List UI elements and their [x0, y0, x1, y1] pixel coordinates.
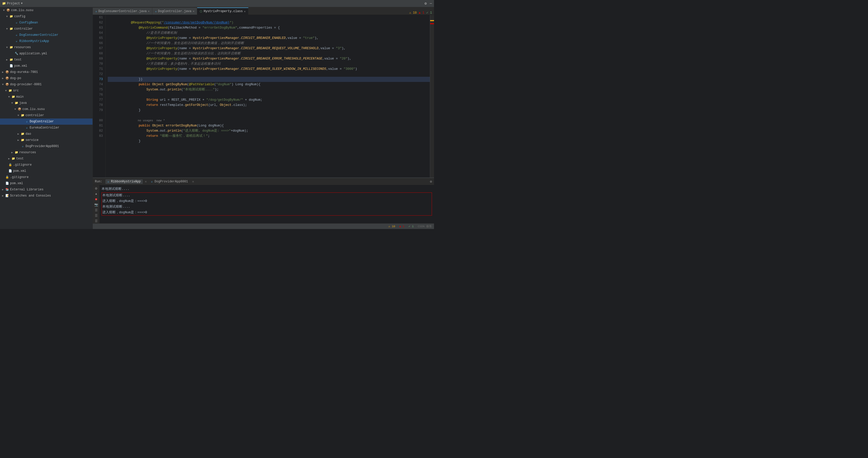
sidebar-label: resources: [19, 151, 36, 154]
java-icon: ☕: [25, 120, 29, 123]
sidebar-item-main[interactable]: ▼ 📁 main: [0, 94, 93, 100]
gutter-line-83: 83: [93, 133, 104, 139]
sidebar-item-pomxml1[interactable]: 📄 pom.xml: [0, 63, 93, 69]
close-tab-icon[interactable]: ✕: [148, 9, 150, 13]
expand-arrow: ▶: [11, 151, 14, 154]
gutter-line-66: 66: [93, 41, 104, 46]
console-line-5: 进入熔断，dogNum是：===>0: [102, 210, 432, 215]
expand-arrow: ▼: [18, 114, 21, 117]
run-tab-provider[interactable]: ☕ DogProviderApp8001: [149, 179, 190, 184]
stop-icon[interactable]: ■: [95, 197, 97, 201]
sidebar-label: pom.xml: [10, 182, 23, 185]
minimize-icon[interactable]: —: [430, 1, 432, 6]
sidebar-item-gitignore1[interactable]: 🔒 .gitignore: [0, 174, 93, 180]
bottom-panel: Run: ☕ RibbonHystrixApp ✕ ☕ DogProviderA…: [93, 177, 434, 229]
tab-dogconsumercontroller[interactable]: ☕ DogConsumerController.java ✕: [93, 7, 152, 15]
sidebar-item-test2[interactable]: ▶ 📁 test: [0, 156, 93, 162]
run-tab-ribbon[interactable]: ☕ RibbonHystrixApp: [105, 179, 143, 184]
console-settings-icon[interactable]: ⚙: [95, 186, 97, 191]
sidebar-item-dog-po[interactable]: ▶ 📦 dog-po: [0, 75, 93, 81]
scroll-up-icon[interactable]: ▲: [95, 192, 97, 196]
sidebar-item-dog-eureka[interactable]: ▶ 📦 dog-eureka-7001: [0, 69, 93, 75]
xml-icon: 📄: [9, 64, 13, 68]
sidebar-item-extlibs[interactable]: ▶ 📚 External Libraries: [0, 187, 93, 193]
java-icon: ☕: [107, 180, 109, 183]
url-link[interactable]: /consumer/dog/getDogByNum/{dogNum}: [164, 21, 229, 25]
tab-dogcontroller[interactable]: ☕ DogController.java ✕: [152, 7, 197, 15]
sidebar-item-ribbonhystrixapp[interactable]: ☕ RibbonHystrixApp: [0, 38, 93, 44]
code-line-76: String url = REST_URL_PREFIX + "/dog/get…: [108, 92, 430, 97]
align3-icon[interactable]: ☰: [95, 219, 98, 223]
sidebar-item-dogcontroller[interactable]: ☕ DogController: [0, 119, 93, 125]
scratch-icon: 📝: [5, 194, 9, 198]
status-badges: ⚠ 10 ▲ 1 ✓ 1 CSDN 极客: [389, 224, 432, 228]
sidebar-item-eurekacontroller[interactable]: ☕ EurekaController: [0, 125, 93, 131]
folder-icon: 📁: [9, 58, 13, 62]
sidebar-item-resources2[interactable]: ▶ 📁 resources: [0, 150, 93, 156]
sidebar-item-configbean[interactable]: ☕ ConfigBean: [0, 20, 93, 26]
sidebar-item-dogconsumercontroller[interactable]: ☕ DogConsumerController: [0, 32, 93, 38]
expand-arrow: ▼: [6, 28, 9, 30]
sidebar-label: src: [13, 89, 19, 93]
java-icon: ☕: [21, 144, 25, 148]
sidebar-item-com-liu-susu2[interactable]: ▼ 📦 com.liu.susu: [0, 106, 93, 112]
expand-arrow: ▼: [3, 9, 6, 12]
annotation: @RequestMapping: [131, 21, 160, 25]
gutter-line-80a: [93, 113, 104, 118]
sidebar-item-resources[interactable]: ▼ 📁 resources: [0, 44, 93, 51]
sidebar-item-dogproviderapp[interactable]: ☕ DogProviderApp8001: [0, 143, 93, 150]
sidebar-item-test[interactable]: ▶ 📁 test: [0, 57, 93, 63]
sidebar-item-java[interactable]: ▼ 📁 java: [0, 100, 93, 106]
folder-icon: 📁: [11, 157, 16, 161]
sidebar-label: com.liu.susu: [11, 8, 33, 12]
gutter-line-74: 74: [93, 82, 104, 87]
folder-icon: 📁: [21, 138, 25, 142]
gitignore-icon: 🔒: [5, 175, 9, 179]
code-editor[interactable]: @RequestMapping("/consumer/dog/getDogByN…: [106, 15, 430, 177]
camera-icon[interactable]: 📷: [94, 203, 98, 207]
sidebar-item-src[interactable]: ▼ 📁 src: [0, 88, 93, 94]
sidebar-item-com-liu-susu[interactable]: ▼ 📦 com.liu.susu: [0, 7, 93, 13]
tab-hystrixproperty[interactable]: ⬡ HystrixProperty.class ✕: [197, 7, 248, 15]
sidebar-label: Scratches and Consoles: [10, 194, 51, 198]
folder-icon: 📁: [9, 27, 13, 31]
gutter-line-70: 70: [93, 61, 104, 66]
sidebar-item-applicationyml[interactable]: 🔧 application.yml: [0, 51, 93, 57]
ok-count: ✓ 1: [408, 225, 414, 228]
editor-area: ☕ DogConsumerController.java ✕ ☕ DogCont…: [93, 7, 434, 229]
align2-icon[interactable]: ☰: [95, 214, 98, 218]
sidebar-item-config[interactable]: ▼ 📁 config: [0, 13, 93, 20]
folder-icon: 📁: [11, 95, 16, 99]
java-icon: ☕: [151, 180, 153, 183]
main-area: ▼ 📦 com.liu.susu ▼ 📁 config ☕ C: [0, 7, 434, 229]
sidebar-item-dao[interactable]: ▶ 📁 dao: [0, 131, 93, 137]
close-tab-icon[interactable]: ✕: [244, 10, 246, 13]
warning-count: ⚠ 10: [389, 225, 395, 228]
sidebar-item-controller2[interactable]: ▼ 📁 controller: [0, 112, 93, 119]
sidebar-label: .gitignore: [10, 175, 29, 179]
settings-gear-icon[interactable]: ⚙: [430, 180, 432, 184]
gutter-line-82: 82: [93, 128, 104, 133]
sidebar-item-pomxml2[interactable]: 📄 pom.xml: [0, 168, 93, 174]
sidebar-item-scratches[interactable]: ▶ 📝 Scratches and Consoles: [0, 193, 93, 199]
console-left-toolbar: ⚙ ▲ ■ 📷 ☰ ☰ ☰ ☰: [93, 185, 99, 223]
sidebar-item-service[interactable]: ▶ 📁 service: [0, 137, 93, 143]
sidebar-item-controller[interactable]: ▼ 📁 controller: [0, 26, 93, 32]
run-tab-label: DogProviderApp8001: [155, 180, 188, 184]
right-scrollbar-area[interactable]: [430, 15, 434, 177]
settings-icon[interactable]: ⚙: [425, 1, 427, 6]
expand-arrow: ▶: [18, 139, 21, 142]
close-tab-icon[interactable]: ✕: [193, 9, 194, 13]
warning-marker: [430, 20, 434, 21]
sidebar-label: RibbonHystrixApp: [19, 39, 49, 43]
sidebar-label: controller: [26, 113, 44, 117]
sidebar-item-pomxml-root[interactable]: 📄 pom.xml: [0, 180, 93, 187]
sidebar-item-gitignore2[interactable]: 🔒 .gitignore: [0, 162, 93, 168]
sidebar-item-dog-provider[interactable]: ▼ 📦 dog-provider-8001: [0, 81, 93, 88]
expand-arrow: ▶: [2, 194, 5, 197]
align-icon[interactable]: ☰: [95, 208, 98, 212]
sidebar-label: pom.xml: [14, 64, 27, 68]
sidebar-label: service: [26, 138, 38, 142]
gutter-line-80: 80: [93, 118, 104, 123]
string: ": [162, 21, 164, 25]
